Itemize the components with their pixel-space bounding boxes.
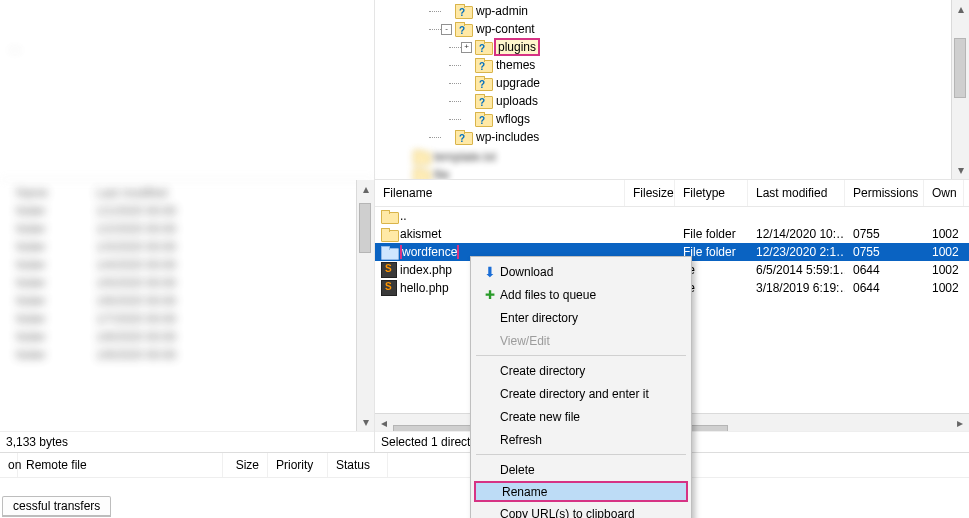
col-lastmod[interactable]: Last modified (748, 180, 845, 206)
local-status: 3,133 bytes (0, 431, 374, 452)
local-file-list[interactable]: NameLast modified folder1/1/2020 00:00 f… (0, 180, 374, 431)
menu-separator (476, 355, 686, 356)
tree-item-upgrade[interactable]: ?upgrade (381, 74, 969, 92)
file-icon (381, 262, 397, 278)
file-name: wordfence (400, 245, 459, 259)
file-owner: 1002 (924, 263, 964, 277)
remote-tree[interactable]: ?wp-admin-?wp-content+?plugins?themes?up… (375, 0, 969, 180)
tree-label: wp-admin (474, 4, 530, 18)
menu-label: Create directory and enter it (500, 387, 680, 401)
local-list-scrollbar[interactable]: ▴ ▾ (356, 180, 374, 431)
folder-icon: ? (475, 94, 491, 108)
col-filetype[interactable]: Filetype (675, 180, 748, 206)
file-name: .. (400, 209, 625, 223)
menu-separator (476, 454, 686, 455)
folder-icon: ? (475, 112, 491, 126)
scroll-left-icon[interactable]: ◂ (375, 414, 393, 432)
tab-successful-transfers[interactable]: cessful transfers (2, 496, 111, 517)
tree-item-wp-admin[interactable]: ?wp-admin (381, 2, 969, 20)
tree-label: wp-includes (474, 130, 541, 144)
folder-icon: ? (475, 76, 491, 90)
file-modified: 12/14/2020 10:… (748, 227, 845, 241)
folder-icon: ? (475, 58, 491, 72)
local-tree[interactable]: ... (0, 0, 374, 180)
menu-item-rename[interactable]: Rename (474, 481, 688, 502)
queue-col-remote-file[interactable]: Remote file (18, 453, 223, 477)
col-filesize[interactable]: Filesize (625, 180, 675, 206)
file-permissions: 0755 (845, 245, 924, 259)
col-filename[interactable]: Filename (375, 180, 625, 206)
scroll-up-icon[interactable]: ▴ (357, 180, 375, 198)
tree-item-wp-includes[interactable]: ?wp-includes (381, 128, 969, 146)
list-row[interactable]: .. (375, 207, 969, 225)
col-permissions[interactable]: Permissions (845, 180, 924, 206)
scroll-down-icon[interactable]: ▾ (952, 161, 970, 179)
file-modified: 6/5/2014 5:59:1… (748, 263, 845, 277)
menu-label: Create new file (500, 410, 680, 424)
menu-item-add-files-to-queue[interactable]: ✚Add files to queue (474, 283, 688, 306)
menu-label: Enter directory (500, 311, 680, 325)
menu-item-create-directory[interactable]: Create directory (474, 359, 688, 382)
file-type: File folder (675, 227, 748, 241)
tree-item-themes[interactable]: ?themes (381, 56, 969, 74)
local-pane: ... NameLast modified folder1/1/2020 00:… (0, 0, 375, 452)
folder-icon: ? (475, 40, 491, 54)
tree-label: wp-content (474, 22, 537, 36)
menu-item-create-new-file[interactable]: Create new file (474, 405, 688, 428)
menu-label: Delete (500, 463, 680, 477)
remote-tree-scrollbar[interactable]: ▴ ▾ (951, 0, 969, 179)
scroll-down-icon[interactable]: ▾ (357, 413, 375, 431)
file-modified: 3/18/2019 6:19:… (748, 281, 845, 295)
tree-label: themes (494, 58, 537, 72)
tree-label: plugins (494, 38, 540, 56)
menu-item-download[interactable]: ⬇Download (474, 260, 688, 283)
tree-item-wflogs[interactable]: ?wflogs (381, 110, 969, 128)
file-permissions: 0755 (845, 227, 924, 241)
file-owner: 1002 (924, 281, 964, 295)
menu-item-view-edit: View/Edit (474, 329, 688, 352)
folder-icon: ? (455, 22, 471, 36)
queue-col-priority[interactable]: Priority (268, 453, 328, 477)
file-icon (381, 280, 397, 296)
queue-col-direction[interactable]: on (0, 453, 18, 477)
folder-icon (381, 228, 397, 241)
menu-label: Rename (502, 485, 678, 499)
file-owner: 1002 (924, 245, 964, 259)
file-owner: 1002 (924, 227, 964, 241)
menu-label: Refresh (500, 433, 680, 447)
expander-icon[interactable]: + (461, 42, 472, 53)
queue-col-size[interactable]: Size (223, 453, 268, 477)
menu-label: Create directory (500, 364, 680, 378)
menu-label: View/Edit (500, 334, 680, 348)
list-row[interactable]: akismetFile folder12/14/2020 10:…0755100… (375, 225, 969, 243)
tree-item-wp-content[interactable]: -?wp-content (381, 20, 969, 38)
tree-label: wflogs (494, 112, 532, 126)
expander-icon[interactable]: - (441, 24, 452, 35)
menu-item-enter-directory[interactable]: Enter directory (474, 306, 688, 329)
menu-item-create-directory-and-enter-it[interactable]: Create directory and enter it (474, 382, 688, 405)
file-name: akismet (400, 227, 625, 241)
menu-item-delete[interactable]: Delete (474, 458, 688, 481)
queue-col-status[interactable]: Status (328, 453, 388, 477)
scroll-up-icon[interactable]: ▴ (952, 0, 970, 18)
folder-icon (381, 210, 397, 223)
add-queue-icon: ✚ (485, 288, 495, 302)
context-menu[interactable]: ⬇Download✚Add files to queueEnter direct… (470, 256, 692, 518)
tree-label: upgrade (494, 76, 542, 90)
folder-icon: ? (455, 4, 471, 18)
tree-item-uploads[interactable]: ?uploads (381, 92, 969, 110)
menu-label: Copy URL(s) to clipboard (500, 507, 680, 519)
download-icon: ⬇ (484, 264, 496, 280)
tree-label: uploads (494, 94, 540, 108)
menu-label: Add files to queue (500, 288, 680, 302)
scroll-right-icon[interactable]: ▸ (951, 414, 969, 432)
folder-icon: ? (455, 130, 471, 144)
list-header[interactable]: Filename Filesize Filetype Last modified… (375, 180, 969, 207)
file-permissions: 0644 (845, 281, 924, 295)
menu-item-copy-url-s-to-clipboard[interactable]: Copy URL(s) to clipboard (474, 502, 688, 518)
tree-item-plugins[interactable]: +?plugins (381, 38, 969, 56)
col-owner[interactable]: Own (924, 180, 964, 206)
menu-item-refresh[interactable]: Refresh (474, 428, 688, 451)
menu-label: Download (500, 265, 680, 279)
file-modified: 12/23/2020 2:1… (748, 245, 845, 259)
